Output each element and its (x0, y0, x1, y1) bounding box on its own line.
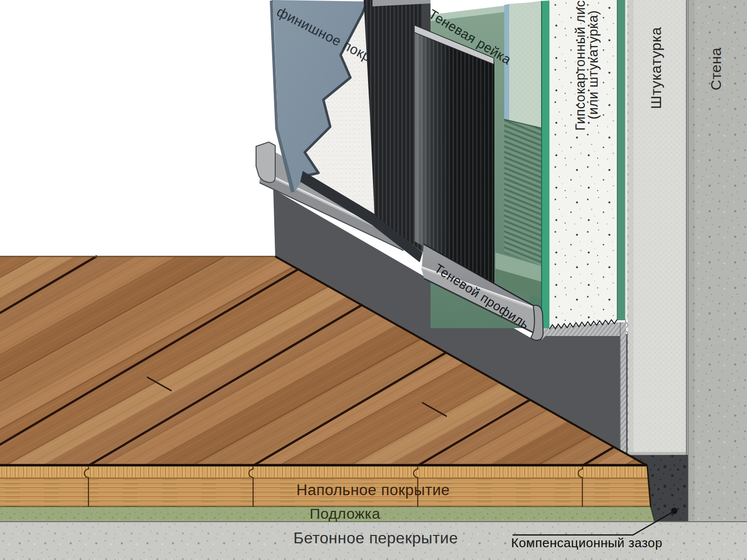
label-stucco: Штукатурка (648, 27, 664, 109)
label-underlay: Подложка (310, 505, 380, 522)
gypsum-board-layer: Гипсокартонный лист (или штукатурка) (542, 0, 628, 329)
label-gypsum-line2: (или штукатурка) (586, 10, 601, 119)
diagram-canvas: Стена Штукатурка (0, 0, 747, 560)
label-floor-covering: Напольное покрытие (296, 481, 450, 499)
profile-end-cap (256, 142, 275, 183)
channel-blue-sliver (504, 4, 509, 131)
callout-dot (671, 508, 678, 514)
label-wall: Стена (708, 47, 724, 90)
stucco-layer: Штукатурка (625, 0, 687, 458)
gypsum-edge-right (617, 0, 625, 320)
wall-layer: Стена (688, 0, 747, 522)
diagram-page: Стена Штукатурка (0, 0, 747, 560)
floor-section: Напольное покрытие Подложка (0, 465, 747, 522)
label-expansion-gap: Компенсационный зазор (511, 535, 662, 550)
gypsum-edge-left (542, 1, 549, 328)
label-concrete-slab: Бетонное перекрытие (293, 529, 458, 547)
